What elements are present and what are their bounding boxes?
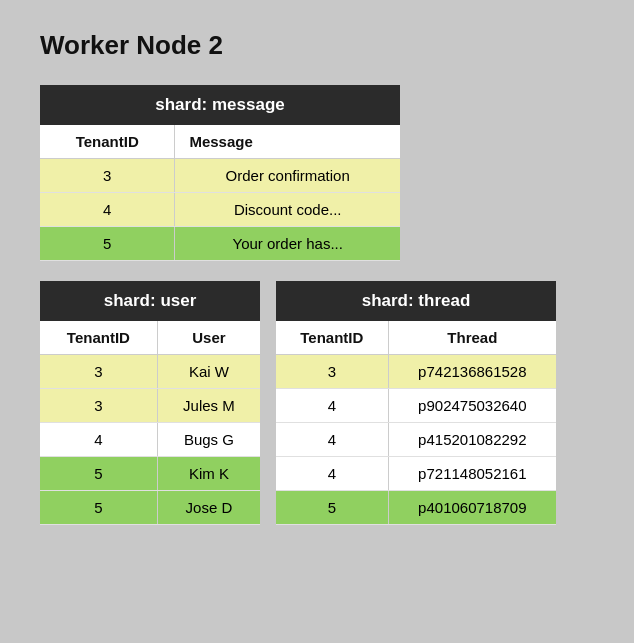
cell-thread: p902475032640 xyxy=(388,389,556,423)
thread-shard-header-row: shard: thread xyxy=(276,281,556,321)
table-row: 5 Your order has... xyxy=(40,227,400,261)
bottom-shards-section: shard: user TenantID User 3 Kai W 3 Jule… xyxy=(40,281,594,525)
user-col-header-row: TenantID User xyxy=(40,321,260,355)
cell-user: Kim K xyxy=(157,457,260,491)
user-col1-header: TenantID xyxy=(40,321,157,355)
cell-tenant: 3 xyxy=(276,355,388,389)
message-shard-table: shard: message TenantID Message 3 Order … xyxy=(40,85,400,261)
cell-message: Discount code... xyxy=(175,193,400,227)
cell-user: Kai W xyxy=(157,355,260,389)
cell-thread: p401060718709 xyxy=(388,491,556,525)
message-shard-section: shard: message TenantID Message 3 Order … xyxy=(40,85,594,261)
cell-tenant: 3 xyxy=(40,159,175,193)
cell-tenant: 3 xyxy=(40,355,157,389)
user-shard-header: shard: user xyxy=(40,281,260,321)
cell-tenant: 4 xyxy=(276,423,388,457)
cell-thread: p742136861528 xyxy=(388,355,556,389)
thread-col2-header: Thread xyxy=(388,321,556,355)
user-col2-header: User xyxy=(157,321,260,355)
table-row: 4 Discount code... xyxy=(40,193,400,227)
table-row: 4 Bugs G xyxy=(40,423,260,457)
table-row: 5 Kim K xyxy=(40,457,260,491)
cell-tenant: 4 xyxy=(276,457,388,491)
user-shard-table: shard: user TenantID User 3 Kai W 3 Jule… xyxy=(40,281,260,525)
message-col2-header: Message xyxy=(175,125,400,159)
table-row: 4 p415201082292 xyxy=(276,423,556,457)
table-row: 3 Jules M xyxy=(40,389,260,423)
message-col-header-row: TenantID Message xyxy=(40,125,400,159)
cell-thread: p721148052161 xyxy=(388,457,556,491)
cell-tenant: 3 xyxy=(40,389,157,423)
cell-message: Your order has... xyxy=(175,227,400,261)
cell-tenant: 5 xyxy=(40,491,157,525)
table-row: 4 p902475032640 xyxy=(276,389,556,423)
cell-user: Jose D xyxy=(157,491,260,525)
table-row: 5 p401060718709 xyxy=(276,491,556,525)
message-col1-header: TenantID xyxy=(40,125,175,159)
cell-tenant: 5 xyxy=(40,457,157,491)
thread-shard-header: shard: thread xyxy=(276,281,556,321)
user-shard-header-row: shard: user xyxy=(40,281,260,321)
thread-col1-header: TenantID xyxy=(276,321,388,355)
cell-tenant: 4 xyxy=(40,423,157,457)
cell-tenant: 5 xyxy=(40,227,175,261)
table-row: 3 Kai W xyxy=(40,355,260,389)
table-row: 5 Jose D xyxy=(40,491,260,525)
cell-tenant: 4 xyxy=(276,389,388,423)
table-row: 3 p742136861528 xyxy=(276,355,556,389)
table-row: 3 Order confirmation xyxy=(40,159,400,193)
thread-shard-table: shard: thread TenantID Thread 3 p7421368… xyxy=(276,281,556,525)
cell-user: Bugs G xyxy=(157,423,260,457)
cell-user: Jules M xyxy=(157,389,260,423)
message-shard-header-row: shard: message xyxy=(40,85,400,125)
cell-thread: p415201082292 xyxy=(388,423,556,457)
cell-message: Order confirmation xyxy=(175,159,400,193)
cell-tenant: 5 xyxy=(276,491,388,525)
page-title: Worker Node 2 xyxy=(40,30,594,61)
table-row: 4 p721148052161 xyxy=(276,457,556,491)
cell-tenant: 4 xyxy=(40,193,175,227)
message-shard-header: shard: message xyxy=(40,85,400,125)
thread-col-header-row: TenantID Thread xyxy=(276,321,556,355)
